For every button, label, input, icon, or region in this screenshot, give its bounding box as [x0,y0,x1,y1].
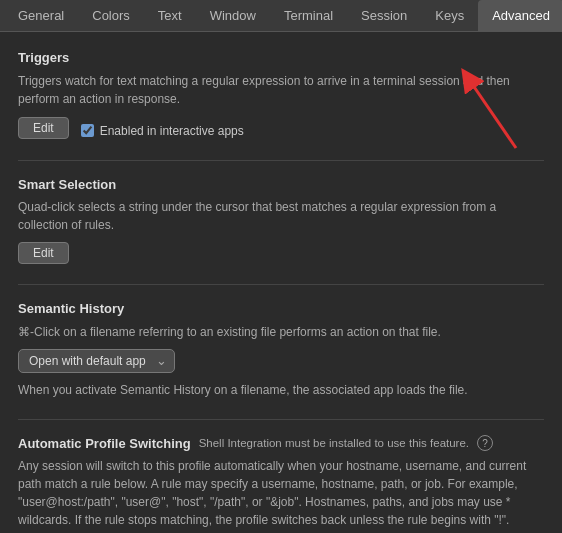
smart-selection-edit-button[interactable]: Edit [18,242,69,264]
aps-desc: Any session will switch to this profile … [18,457,544,529]
smart-selection-section: Smart Selection Quad-click selects a str… [18,175,544,265]
divider-3 [18,419,544,420]
tab-colors[interactable]: Colors [78,0,144,31]
triggers-edit-button[interactable]: Edit [18,117,69,139]
triggers-checkbox-label: Enabled in interactive apps [100,122,244,140]
tab-terminal[interactable]: Terminal [270,0,347,31]
tab-general[interactable]: General [4,0,78,31]
semantic-history-desc1: ⌘-Click on a filename referring to an ex… [18,323,544,341]
semantic-history-desc2: When you activate Semantic History on a … [18,381,544,399]
help-icon[interactable]: ? [477,435,493,451]
divider-1 [18,160,544,161]
aps-header: Automatic Profile Switching Shell Integr… [18,434,544,454]
smart-selection-title: Smart Selection [18,175,544,195]
aps-title: Automatic Profile Switching [18,434,191,454]
tab-bar: General Colors Text Window Terminal Sess… [0,0,562,32]
triggers-title: Triggers [18,48,544,68]
tab-window[interactable]: Window [196,0,270,31]
aps-section: Automatic Profile Switching Shell Integr… [18,434,544,530]
tab-advanced[interactable]: Advanced [478,0,562,31]
triggers-enabled-checkbox[interactable] [81,124,94,137]
semantic-history-dropdown-row: Open with default app Open with editor R… [18,349,544,373]
tab-keys[interactable]: Keys [421,0,478,31]
content-area: Triggers Triggers watch for text matchin… [0,32,562,529]
triggers-checkbox-row: Enabled in interactive apps [81,122,244,140]
triggers-desc: Triggers watch for text matching a regul… [18,72,544,108]
semantic-history-dropdown-wrap: Open with default app Open with editor R… [18,349,175,373]
semantic-history-section: Semantic History ⌘-Click on a filename r… [18,299,544,399]
tab-session[interactable]: Session [347,0,421,31]
semantic-history-title: Semantic History [18,299,544,319]
smart-selection-desc: Quad-click selects a string under the cu… [18,198,544,234]
triggers-section: Triggers Triggers watch for text matchin… [18,48,544,140]
aps-note: Shell Integration must be installed to u… [199,435,469,452]
divider-2 [18,284,544,285]
semantic-history-dropdown[interactable]: Open with default app Open with editor R… [18,349,175,373]
tab-text[interactable]: Text [144,0,196,31]
